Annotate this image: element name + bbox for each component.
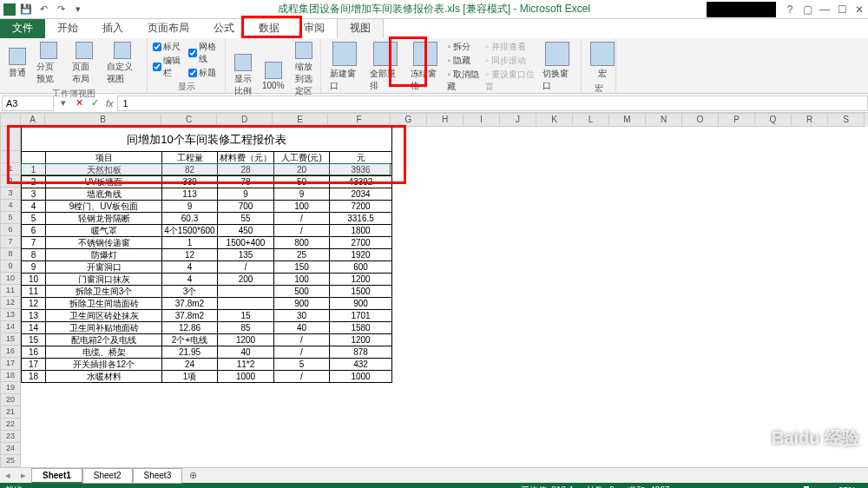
ribbon-btn[interactable]: 分页预览 bbox=[33, 40, 65, 87]
col-header[interactable]: H bbox=[427, 113, 464, 127]
name-box[interactable] bbox=[2, 96, 54, 111]
row-header[interactable]: 16 bbox=[0, 346, 21, 358]
qat-redo-icon[interactable]: ↷ bbox=[54, 3, 68, 16]
qat-dropdown-icon[interactable]: ▾ bbox=[71, 3, 85, 16]
row-header[interactable]: 20 bbox=[0, 394, 21, 406]
row-header[interactable] bbox=[0, 151, 21, 163]
sheet-nav-next-icon[interactable]: ▸ bbox=[16, 470, 31, 481]
row-header[interactable]: 19 bbox=[0, 382, 21, 394]
close-icon[interactable]: ✕ bbox=[851, 1, 868, 18]
row-header[interactable]: 5 bbox=[0, 212, 21, 224]
cancel-icon[interactable]: ✕ bbox=[71, 96, 87, 111]
ribbon-checkbox[interactable]: 编辑栏 bbox=[153, 54, 185, 80]
formula-input[interactable] bbox=[117, 96, 868, 111]
col-header[interactable]: C bbox=[161, 113, 217, 127]
col-header[interactable]: N bbox=[646, 113, 682, 127]
col-header[interactable]: A bbox=[21, 113, 45, 127]
tab-开始[interactable]: 开始 bbox=[45, 18, 90, 38]
ribbon-btn-全部重排[interactable]: 全部重排 bbox=[366, 40, 403, 94]
ribbon-btn[interactable]: ▫ 并排查看 bbox=[485, 40, 535, 54]
fx-icon[interactable]: fx bbox=[102, 98, 117, 109]
add-sheet-icon[interactable]: ⊕ bbox=[182, 470, 204, 481]
namebox-dropdown-icon[interactable]: ▾ bbox=[56, 96, 71, 111]
tab-视图[interactable]: 视图 bbox=[337, 17, 384, 38]
sheet-tab[interactable]: Sheet3 bbox=[133, 468, 183, 484]
table-row[interactable]: 11拆除卫生间3个3个5001500 bbox=[22, 286, 392, 298]
table-row[interactable]: 17开关插排各12个2411*25432 bbox=[22, 359, 392, 371]
row-header[interactable]: 8 bbox=[0, 248, 21, 260]
table-row[interactable]: 49樘门、UV板包面97001007200 bbox=[22, 201, 392, 213]
row-header[interactable]: 25 bbox=[0, 455, 21, 467]
col-header[interactable]: F bbox=[328, 113, 391, 127]
col-header[interactable]: D bbox=[217, 113, 273, 127]
minimize-icon[interactable]: — bbox=[816, 1, 833, 18]
col-header[interactable]: P bbox=[719, 113, 755, 127]
row-header[interactable]: 18 bbox=[0, 370, 21, 382]
row-header[interactable]: 21 bbox=[0, 406, 21, 419]
row-header[interactable]: 23 bbox=[0, 431, 21, 443]
tab-数据[interactable]: 数据 bbox=[247, 18, 292, 38]
qat-undo-icon[interactable]: ↶ bbox=[36, 3, 50, 16]
row-header[interactable]: 3 bbox=[0, 188, 21, 200]
sheet-tab[interactable]: Sheet1 bbox=[31, 468, 82, 484]
table-row[interactable]: 16电缆、桥架21.9540/878 bbox=[22, 346, 392, 359]
ribbon-checkbox[interactable]: 网格线 bbox=[188, 40, 220, 66]
ribbon-btn[interactable]: 自定义视图 bbox=[103, 40, 141, 87]
ribbon-btn[interactable]: ▫ 隐藏 bbox=[447, 54, 482, 68]
table-row[interactable]: 12拆除卫生间墙面砖37.8m2900900 bbox=[22, 298, 392, 310]
ribbon-btn[interactable]: 切换窗口 bbox=[539, 40, 575, 94]
table-row[interactable]: 5轻钢龙骨隔断60.355/3316.5 bbox=[22, 213, 392, 225]
ribbon-btn[interactable]: ▫ 拆分 bbox=[447, 40, 482, 54]
col-header[interactable]: S bbox=[828, 113, 865, 127]
col-header[interactable]: Q bbox=[755, 113, 792, 127]
help-icon[interactable]: ? bbox=[781, 1, 799, 18]
table-row[interactable]: 10门窗洞口抹灰42001001200 bbox=[22, 274, 392, 286]
row-header[interactable]: 1 bbox=[0, 163, 21, 175]
col-header[interactable]: O bbox=[682, 113, 719, 127]
row-header[interactable]: 17 bbox=[0, 358, 21, 370]
col-header[interactable]: R bbox=[792, 113, 828, 127]
col-header[interactable]: L bbox=[573, 113, 609, 127]
ribbon-btn[interactable]: 页面布局 bbox=[69, 40, 101, 87]
col-header[interactable]: E bbox=[273, 113, 328, 127]
ribbon-checkbox[interactable]: 标题 bbox=[188, 66, 220, 80]
col-header[interactable]: K bbox=[536, 113, 573, 127]
ribbon-options-icon[interactable]: ▢ bbox=[799, 1, 816, 18]
tab-公式[interactable]: 公式 bbox=[201, 18, 247, 38]
ribbon-btn[interactable]: ▫ 同步滚动 bbox=[485, 54, 535, 68]
maximize-icon[interactable]: ☐ bbox=[833, 1, 851, 18]
col-header[interactable]: M bbox=[609, 113, 646, 127]
tab-页面布局[interactable]: 页面布局 bbox=[135, 18, 201, 38]
ribbon-btn[interactable]: ▫ 重设窗口位置 bbox=[485, 68, 535, 94]
row-header[interactable]: 9 bbox=[0, 260, 21, 273]
row-header[interactable]: 24 bbox=[0, 443, 21, 455]
row-header[interactable]: 6 bbox=[0, 224, 21, 236]
sheet-tab[interactable]: Sheet2 bbox=[82, 468, 133, 484]
table-row[interactable]: 3墙底角线113992034 bbox=[22, 188, 392, 201]
row-header[interactable]: 22 bbox=[0, 419, 21, 431]
row-header[interactable]: 11 bbox=[0, 285, 21, 297]
table-row[interactable]: 9开窗洞口4/150600 bbox=[22, 261, 392, 274]
row-header[interactable]: 2 bbox=[0, 175, 21, 188]
ribbon-btn[interactable]: 普通 bbox=[5, 40, 30, 87]
table-row[interactable]: 7不锈钢传递窗11500+4008002700 bbox=[22, 237, 392, 249]
row-header[interactable]: 12 bbox=[0, 297, 21, 309]
select-all-corner[interactable] bbox=[0, 113, 21, 127]
col-header[interactable]: J bbox=[500, 113, 536, 127]
table-row[interactable]: 13卫生间区砖处抹灰37.8m215301701 bbox=[22, 310, 392, 322]
macro-button[interactable]: 宏 bbox=[587, 40, 618, 82]
col-header[interactable]: G bbox=[391, 113, 427, 127]
row-header[interactable]: 14 bbox=[0, 321, 21, 333]
table-row[interactable]: 2UV板墙面339785043392 bbox=[22, 176, 392, 188]
ribbon-btn[interactable]: ▫ 取消隐藏 bbox=[447, 68, 482, 94]
sheet-nav-prev-icon[interactable]: ◂ bbox=[0, 470, 16, 481]
tab-插入[interactable]: 插入 bbox=[90, 18, 135, 38]
ribbon-btn-新建窗口[interactable]: 新建窗口 bbox=[326, 40, 363, 94]
row-header[interactable]: 7 bbox=[0, 236, 21, 248]
ribbon-checkbox[interactable]: 标尺 bbox=[153, 40, 185, 54]
table-row[interactable]: 8防爆灯12135251920 bbox=[22, 249, 392, 261]
table-row[interactable]: 18水暖材料1项1000/1000 bbox=[22, 371, 392, 383]
qat-save-icon[interactable]: 💾 bbox=[19, 3, 33, 16]
tab-文件[interactable]: 文件 bbox=[0, 18, 45, 38]
ribbon-btn-冻结窗格[interactable]: 冻结窗格 bbox=[407, 40, 444, 94]
